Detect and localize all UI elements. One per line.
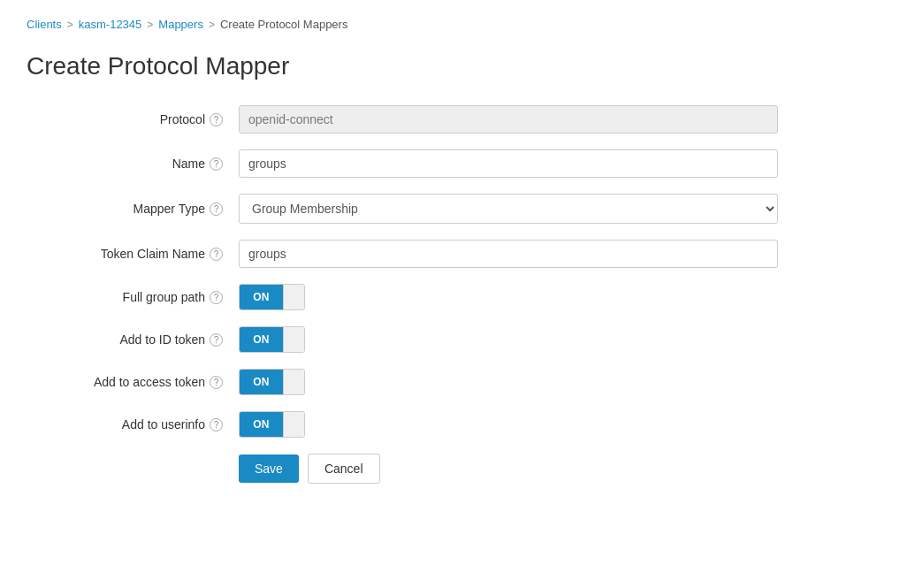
full-group-path-help-icon[interactable]: ? [210, 291, 223, 304]
protocol-row: Protocol ? [44, 105, 778, 134]
protocol-input [239, 105, 778, 134]
full-group-path-label: Full group path ? [44, 290, 239, 304]
name-label: Name ? [44, 157, 239, 171]
cancel-button[interactable]: Cancel [308, 454, 380, 484]
add-to-userinfo-label: Add to userinfo ? [44, 417, 239, 431]
mapper-type-row: Mapper Type ? Group Membership [44, 194, 778, 224]
full-group-path-toggle-knob [283, 285, 304, 309]
add-to-id-token-toggle-wrapper: ON [239, 326, 778, 353]
breadcrumb-sep-1: > [67, 19, 73, 31]
form-buttons: Save Cancel [44, 454, 778, 484]
mapper-type-label: Mapper Type ? [44, 202, 239, 216]
breadcrumb-current: Create Protocol Mappers [220, 18, 348, 31]
add-to-access-token-toggle-wrapper: ON [239, 369, 778, 395]
protocol-label: Protocol ? [44, 112, 239, 126]
full-group-path-toggle[interactable]: ON [239, 284, 305, 310]
full-group-path-row: Full group path ? ON [44, 284, 778, 310]
add-to-userinfo-toggle-wrapper: ON [239, 411, 778, 438]
add-to-access-token-help-icon[interactable]: ? [210, 376, 223, 389]
add-to-userinfo-toggle-knob [283, 412, 304, 437]
add-to-access-token-label: Add to access token ? [44, 375, 239, 389]
mapper-type-field-wrapper: Group Membership [239, 194, 778, 224]
breadcrumb-mappers[interactable]: Mappers [158, 18, 203, 31]
token-claim-name-row: Token Claim Name ? [44, 240, 778, 268]
full-group-path-toggle-on: ON [240, 285, 283, 309]
add-to-userinfo-help-icon[interactable]: ? [210, 418, 223, 431]
add-to-access-token-toggle-knob [283, 370, 304, 394]
add-to-id-token-toggle-knob [283, 327, 304, 352]
token-claim-name-field-wrapper [239, 240, 778, 268]
token-claim-name-label: Token Claim Name ? [44, 247, 239, 261]
add-to-id-token-toggle[interactable]: ON [239, 326, 305, 353]
token-claim-name-help-icon[interactable]: ? [210, 248, 223, 261]
add-to-id-token-label: Add to ID token ? [44, 332, 239, 347]
mapper-type-help-icon[interactable]: ? [210, 202, 223, 216]
add-to-access-token-toggle[interactable]: ON [239, 369, 305, 395]
token-claim-name-input[interactable] [239, 240, 778, 268]
breadcrumb-sep-3: > [209, 19, 215, 31]
add-to-userinfo-toggle-on: ON [240, 412, 283, 437]
protocol-field-wrapper [239, 105, 778, 134]
create-protocol-mapper-form: Protocol ? Name ? Mapper Type ? Group Me… [27, 105, 778, 484]
mapper-type-select[interactable]: Group Membership [239, 194, 778, 224]
name-row: Name ? [44, 149, 778, 178]
add-to-userinfo-toggle[interactable]: ON [239, 411, 305, 438]
page-title: Create Protocol Mapper [27, 52, 881, 80]
add-to-id-token-toggle-on: ON [240, 327, 283, 352]
add-to-access-token-toggle-on: ON [240, 370, 283, 394]
add-to-access-token-row: Add to access token ? ON [44, 369, 778, 395]
name-help-icon[interactable]: ? [210, 157, 223, 171]
add-to-id-token-row: Add to ID token ? ON [44, 326, 778, 353]
breadcrumb-sep-2: > [147, 19, 153, 31]
name-field-wrapper [239, 149, 778, 178]
full-group-path-toggle-wrapper: ON [239, 284, 778, 310]
breadcrumb-clients[interactable]: Clients [27, 18, 62, 31]
add-to-userinfo-row: Add to userinfo ? ON [44, 411, 778, 438]
name-input[interactable] [239, 149, 778, 178]
save-button[interactable]: Save [239, 454, 299, 483]
breadcrumb: Clients > kasm-12345 > Mappers > Create … [27, 18, 881, 31]
protocol-help-icon[interactable]: ? [210, 113, 223, 126]
add-to-id-token-help-icon[interactable]: ? [210, 333, 223, 347]
breadcrumb-kasm[interactable]: kasm-12345 [79, 18, 142, 31]
